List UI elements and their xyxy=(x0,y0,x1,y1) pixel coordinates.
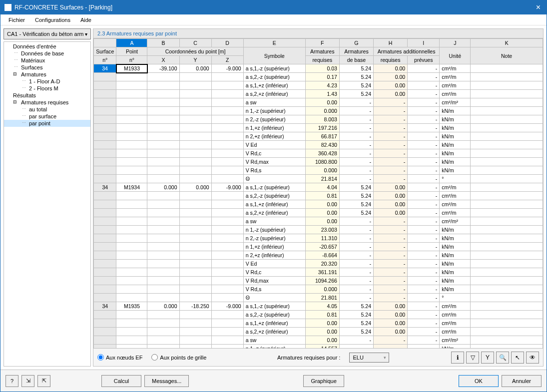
cell-note[interactable] xyxy=(471,311,543,319)
radio-noeuds-ef[interactable]: Aux nœuds EF xyxy=(97,354,142,361)
cell-unit[interactable]: kN/m xyxy=(440,260,471,268)
cell-symbol[interactable]: n 2,-z (supérieur) xyxy=(243,115,305,124)
cell-note[interactable] xyxy=(471,81,543,90)
cell-surface[interactable]: 34 xyxy=(94,183,116,192)
cell-note[interactable] xyxy=(471,192,543,200)
cell-req[interactable]: 0.00 xyxy=(305,319,339,328)
ok-button[interactable]: OK xyxy=(459,375,499,387)
cell-req[interactable]: 23.003 xyxy=(305,226,339,234)
cell-add-prev[interactable]: - xyxy=(408,132,440,141)
view-button[interactable]: 👁 xyxy=(526,352,539,364)
cell-req[interactable]: 0.17 xyxy=(305,73,339,81)
cell-symbol[interactable]: V Rd,c xyxy=(243,268,305,277)
cell-y[interactable]: 0.000 xyxy=(179,183,211,192)
table-row[interactable]: a sw0.00---cm²/m² xyxy=(94,336,543,345)
cell-add-prev[interactable]: - xyxy=(408,311,440,319)
cell-point[interactable]: M1933 xyxy=(116,64,147,73)
cell-add-req[interactable]: - xyxy=(374,234,408,243)
cell-symbol[interactable]: n 2,+z (inférieur) xyxy=(243,132,305,141)
cell-empty[interactable] xyxy=(94,311,116,319)
cell-symbol[interactable]: V Rd,s xyxy=(243,166,305,175)
cell-z[interactable]: -9.000 xyxy=(211,302,243,311)
table-row[interactable]: a s,2,+z (inférieur)1.435.240.00-cm²/m xyxy=(94,90,543,98)
cell-base[interactable]: - xyxy=(339,345,373,349)
cell-add-prev[interactable]: - xyxy=(408,319,440,328)
cell-add-prev[interactable]: - xyxy=(408,115,440,124)
cell-symbol[interactable]: n 1,-z (supérieur) xyxy=(243,345,305,349)
cell-note[interactable] xyxy=(471,260,543,268)
cell-add-req[interactable]: 0.00 xyxy=(374,192,408,200)
cell-empty[interactable] xyxy=(94,243,116,251)
cell-note[interactable] xyxy=(471,124,543,132)
cell-unit[interactable]: cm²/m xyxy=(440,73,471,81)
cell-unit[interactable]: cm²/m xyxy=(440,302,471,311)
col-letter[interactable]: B xyxy=(147,39,179,47)
cell-empty[interactable] xyxy=(94,260,116,268)
cell-empty[interactable] xyxy=(94,285,116,294)
cell-empty[interactable] xyxy=(94,175,116,183)
cell-symbol[interactable]: V Rd,max xyxy=(243,277,305,285)
cell-empty[interactable] xyxy=(94,115,116,124)
cell-symbol[interactable]: a s,2,+z (inférieur) xyxy=(243,328,305,336)
cell-base[interactable]: 5.24 xyxy=(339,209,373,217)
cell-unit[interactable]: cm²/m xyxy=(440,81,471,90)
cell-empty[interactable] xyxy=(94,107,116,115)
cell-note[interactable] xyxy=(471,345,543,349)
cell-empty[interactable] xyxy=(94,132,116,141)
cell-add-prev[interactable]: - xyxy=(408,209,440,217)
cell-unit[interactable]: kN/m xyxy=(440,268,471,277)
cell-add-prev[interactable]: - xyxy=(408,192,440,200)
tree-surfaces[interactable]: Surfaces xyxy=(4,64,90,71)
cell-symbol[interactable]: Θ xyxy=(243,294,305,302)
cell-req[interactable]: 21.814 xyxy=(305,175,339,183)
cell-add-req[interactable]: - xyxy=(374,336,408,345)
cell-add-req[interactable]: - xyxy=(374,294,408,302)
combo-elu[interactable]: ELU xyxy=(349,353,389,363)
cell-add-prev[interactable]: - xyxy=(408,149,440,158)
cell-base[interactable]: 5.24 xyxy=(339,73,373,81)
cell-note[interactable] xyxy=(471,200,543,209)
cell-symbol[interactable]: a s,2,+z (inférieur) xyxy=(243,209,305,217)
cell-req[interactable]: 82.430 xyxy=(305,141,339,149)
cell-base[interactable]: 5.24 xyxy=(339,64,373,73)
col-letter[interactable]: E xyxy=(243,39,305,47)
cell-empty[interactable] xyxy=(94,158,116,166)
sort-button[interactable]: Y xyxy=(481,352,494,364)
table-row[interactable]: a s,1,+z (inférieur)0.005.240.00-cm²/m xyxy=(94,200,543,209)
radio-points-grille-input[interactable] xyxy=(151,354,158,361)
cell-base[interactable]: - xyxy=(339,158,373,166)
cell-note[interactable] xyxy=(471,90,543,98)
table-row[interactable]: V Rd,max1094.266---kN/m xyxy=(94,277,543,285)
cell-point[interactable]: M1935 xyxy=(116,302,147,311)
table-row[interactable]: 34M1933-39.1000.000-9.000a s,1,-z (supér… xyxy=(94,64,543,73)
cell-base[interactable]: - xyxy=(339,234,373,243)
cell-unit[interactable]: kN/m xyxy=(440,115,471,124)
tree-armatures-requises[interactable]: Armatures requises xyxy=(4,99,90,106)
cell-add-req[interactable]: - xyxy=(374,115,408,124)
cell-empty[interactable] xyxy=(94,90,116,98)
tree-floors-m[interactable]: 2 - Floors M xyxy=(4,85,90,92)
cell-symbol[interactable]: V Rd,c xyxy=(243,149,305,158)
cell-base[interactable]: 5.24 xyxy=(339,302,373,311)
cell-note[interactable] xyxy=(471,149,543,158)
cell-symbol[interactable]: a s,2,-z (supérieur) xyxy=(243,192,305,200)
table-row[interactable]: n 2,+z (inférieur)66.817---kN/m xyxy=(94,132,543,141)
col-letter[interactable]: G xyxy=(339,39,373,47)
col-letter[interactable]: K xyxy=(471,39,543,47)
cell-add-prev[interactable]: - xyxy=(408,285,440,294)
cell-x[interactable]: 0.000 xyxy=(147,302,179,311)
calcul-button[interactable]: Calcul xyxy=(101,375,141,387)
cell-empty[interactable] xyxy=(94,209,116,217)
cell-symbol[interactable]: a s,2,-z (supérieur) xyxy=(243,311,305,319)
cell-req[interactable]: -8.664 xyxy=(305,251,339,260)
cell-base[interactable]: 5.24 xyxy=(339,192,373,200)
cell-base[interactable]: - xyxy=(339,336,373,345)
col-letter[interactable]: I xyxy=(408,39,440,47)
table-row[interactable]: n 1,-z (supérieur)23.003---kN/m xyxy=(94,226,543,234)
cell-add-prev[interactable]: - xyxy=(408,302,440,311)
cell-note[interactable] xyxy=(471,107,543,115)
cell-req[interactable]: 360.428 xyxy=(305,149,339,158)
cell-y[interactable]: -18.250 xyxy=(179,302,211,311)
cell-base[interactable]: - xyxy=(339,124,373,132)
cell-unit[interactable]: kN/m xyxy=(440,277,471,285)
